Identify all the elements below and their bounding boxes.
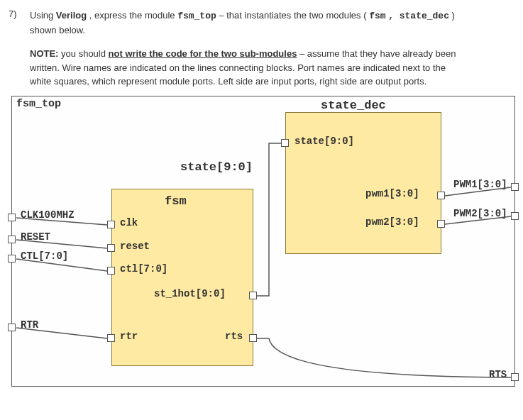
sd-port-pwm2-sq <box>437 220 445 228</box>
q-post: shown below. <box>30 25 85 35</box>
top-port-rts-sq <box>511 373 519 381</box>
top-port-clk-sq <box>8 214 16 221</box>
diagram-fsm-top: fsm_top fsm state_dec CLK100MHZ RESET CT… <box>11 96 515 387</box>
fsm-port-reset-sq <box>107 244 115 252</box>
note-block: NOTE: you should not write the code for … <box>30 47 514 89</box>
fsm-port-clk: clk <box>120 217 138 228</box>
fsm-port-rts-sq <box>249 334 257 342</box>
sd-port-state-sq <box>281 139 289 147</box>
note-l1a: you should <box>61 48 109 59</box>
q-mid2: that instantiates the two modules ( <box>226 10 366 21</box>
fsm-port-clk-sq <box>107 221 115 228</box>
question-number: 7) <box>9 9 24 37</box>
sd-port-state: state[9:0] <box>294 136 354 147</box>
question-text: Using Verilog , express the module fsm_t… <box>30 9 455 37</box>
top-port-pwm2: PWM2[3:0] <box>453 208 507 219</box>
wire-state-label: state[9:0] <box>180 160 253 174</box>
top-port-reset: RESET <box>21 231 50 243</box>
fsm-port-reset: reset <box>120 241 150 252</box>
top-port-ctl-sq <box>8 255 16 262</box>
note-lead: NOTE: <box>30 48 58 59</box>
top-port-pwm1: PWM1[3:0] <box>453 179 507 190</box>
fsm-port-rtr: rtr <box>120 331 138 342</box>
top-port-rtr-sq <box>8 324 16 331</box>
q-modb: state_dec <box>400 11 449 21</box>
fsm-port-st1hot-sq <box>249 292 257 299</box>
q-verilog: Verilog <box>56 10 87 21</box>
sd-port-pwm1-sq <box>437 192 445 199</box>
fsm-port-ctl: ctl[7:0] <box>120 263 167 275</box>
module-state-dec-title: state_dec <box>321 99 386 112</box>
top-port-pwm2-sq <box>511 212 519 220</box>
fsm-port-rts: rts <box>225 331 243 342</box>
top-port-clk: CLK100MHZ <box>21 209 75 221</box>
q-paren: ) <box>452 10 455 21</box>
module-fsm-title: fsm <box>165 194 187 208</box>
q-pre: Using <box>30 10 56 21</box>
question-line1: 7) Using Verilog , express the module fs… <box>9 9 514 37</box>
top-port-reset-sq <box>8 236 16 243</box>
q-moda: fsm <box>369 11 385 21</box>
note-l1b: – assume that they have already been <box>299 48 456 59</box>
note-underline: not write the code for the two sub-modul… <box>109 48 297 59</box>
top-port-rts: RTS <box>489 369 507 380</box>
note-l2: written. Wire names are indicated on the… <box>30 62 446 73</box>
sd-port-pwm1: pwm1[3:0] <box>365 188 419 199</box>
top-port-ctl: CTL[7:0] <box>21 250 68 262</box>
fsm-port-rtr-sq <box>107 334 115 342</box>
q-dash: – <box>219 10 226 21</box>
fsm-port-ctl-sq <box>107 267 115 275</box>
q-comma: , <box>388 11 400 21</box>
q-mid1: , express the module <box>89 10 177 21</box>
top-module-label: fsm_top <box>16 98 61 110</box>
top-port-pwm1-sq <box>511 183 519 191</box>
module-state-dec <box>285 112 441 254</box>
fsm-port-st1hot: st_1hot[9:0] <box>154 288 226 299</box>
note-l3: white squares, which represent module po… <box>30 76 426 87</box>
sd-port-pwm2: pwm2[3:0] <box>365 216 419 228</box>
top-port-rtr: RTR <box>21 319 38 331</box>
q-modtop: fsm_top <box>177 11 216 21</box>
